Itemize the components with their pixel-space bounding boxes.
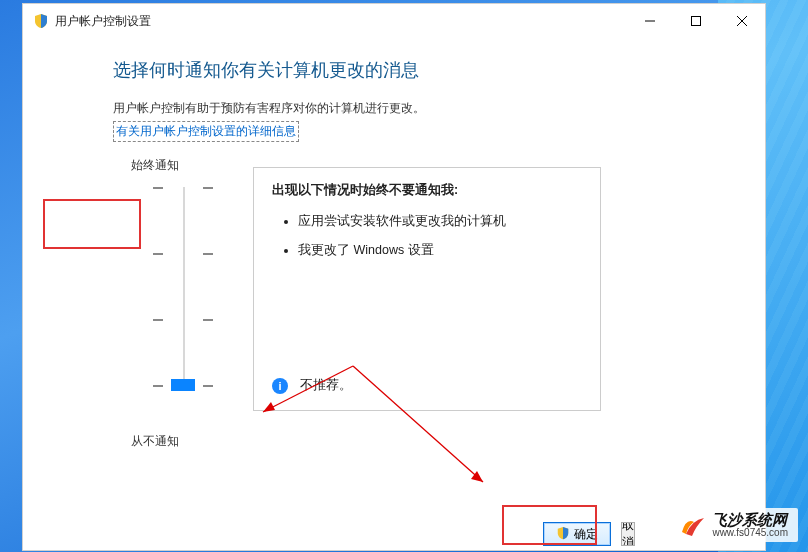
- slider-bottom-label: 从不通知: [131, 433, 179, 450]
- panel-bullet: 应用尝试安装软件或更改我的计算机: [298, 213, 582, 230]
- annotation-highlight: [43, 199, 141, 249]
- cancel-button[interactable]: 取消: [621, 522, 635, 546]
- description-panel: 出现以下情况时始终不要通知我: 应用尝试安装软件或更改我的计算机 我更改了 Wi…: [253, 167, 601, 411]
- panel-bullet: 我更改了 Windows 设置: [298, 242, 582, 259]
- svg-marker-7: [471, 471, 483, 482]
- annotation-highlight: [502, 505, 597, 545]
- cancel-label: 取消: [622, 522, 634, 546]
- panel-heading: 出现以下情况时始终不要通知我:: [272, 182, 582, 199]
- notification-slider[interactable]: [153, 187, 213, 427]
- slider-tick: [153, 319, 213, 321]
- svg-rect-1: [692, 17, 701, 26]
- slider-top-label: 始终通知: [131, 157, 179, 174]
- watermark-name: 飞沙系统网: [712, 512, 788, 528]
- details-link[interactable]: 有关用户帐户控制设置的详细信息: [113, 121, 299, 142]
- recommendation-text: 不推荐。: [300, 377, 352, 394]
- close-button[interactable]: [719, 6, 765, 36]
- info-icon: i: [272, 378, 288, 394]
- slider-tick: [153, 187, 213, 189]
- slider-tick: [153, 253, 213, 255]
- maximize-button[interactable]: [673, 6, 719, 36]
- watermark-url: www.fs0745.com: [712, 528, 788, 539]
- watermark-logo-icon: [680, 512, 706, 538]
- shield-icon: [33, 13, 49, 29]
- uac-settings-window: 用户帐户控制设置 选择何时通知你有关计算机更改的消息 用户帐户控制有助于预防有害…: [22, 3, 766, 551]
- window-title: 用户帐户控制设置: [55, 13, 151, 30]
- page-description: 用户帐户控制有助于预防有害程序对你的计算机进行更改。: [113, 100, 735, 117]
- page-heading: 选择何时通知你有关计算机更改的消息: [113, 58, 735, 82]
- watermark: 飞沙系统网 www.fs0745.com: [672, 508, 798, 542]
- slider-track: [183, 187, 185, 387]
- minimize-button[interactable]: [627, 6, 673, 36]
- titlebar: 用户帐户控制设置: [23, 4, 765, 38]
- slider-thumb[interactable]: [171, 379, 195, 391]
